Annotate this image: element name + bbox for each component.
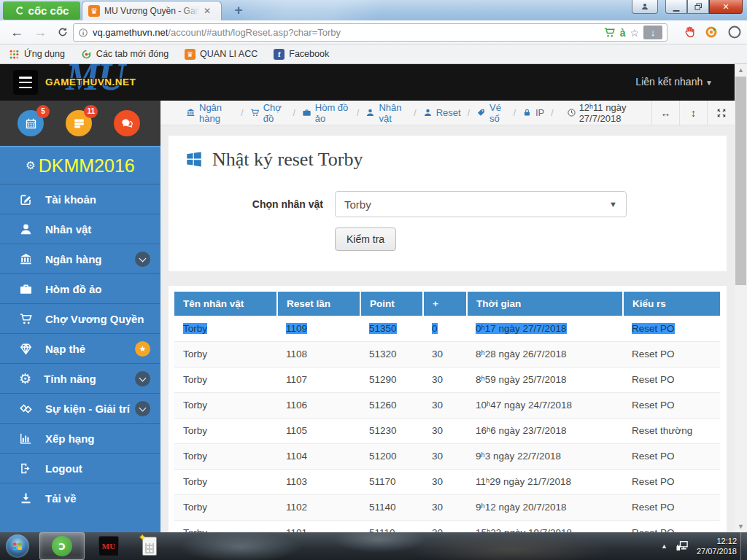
sidebar-item-h-m-o[interactable]: Hòm đồ ảo xyxy=(0,273,160,303)
sidebar-item-logout[interactable]: Logout xyxy=(0,453,160,483)
taskbar-clock[interactable]: 12:12 27/07/2018 xyxy=(697,536,737,557)
calendar-icon xyxy=(24,117,38,131)
table-cell: 1102 xyxy=(277,494,360,520)
table-row: Torby1103511703011ʰ29 ngày 21/7/2018Rese… xyxy=(174,469,720,494)
bookmark-label: Facebook xyxy=(289,49,329,59)
download-icon xyxy=(19,491,33,505)
scrollbar-thumb[interactable] xyxy=(735,77,746,285)
forward-button[interactable]: → xyxy=(34,23,47,41)
bookmark-item[interactable]: Các tab mới đóng xyxy=(81,49,169,60)
breadcrumb-link-reset[interactable]: Reset xyxy=(423,107,461,118)
bookmark-item[interactable]: fFacebook xyxy=(274,49,329,60)
breadcrumb-link-ip[interactable]: IP xyxy=(522,107,544,118)
bank-icon xyxy=(19,252,33,266)
tab-close-icon[interactable]: ✕ xyxy=(204,7,211,15)
taskbar-coccoc-button[interactable]: Ↄ xyxy=(39,532,85,560)
url-bar[interactable]: vq.gamethuvn.net/account/#auth/logReset.… xyxy=(73,23,667,42)
close-button[interactable]: ✕ xyxy=(709,0,743,14)
scroll-down-icon[interactable]: ▼ xyxy=(735,521,747,532)
server-list-notification-button[interactable]: 11 xyxy=(66,110,92,136)
site-logo[interactable]: MU GAMETHUVN.NET xyxy=(45,64,155,101)
chevron-down-icon[interactable] xyxy=(135,371,150,386)
resize-vertical-button[interactable]: ↕ xyxy=(679,101,707,125)
bookmark-star-icon[interactable]: ☆ xyxy=(630,27,639,39)
network-tray-icon[interactable] xyxy=(675,539,689,553)
breadcrumb-link-ch-[interactable]: Chợ đồ xyxy=(250,102,287,124)
sidebar-item-x-p-h-ng[interactable]: Xếp hạng xyxy=(0,423,160,453)
dictionary-icon[interactable]: à xyxy=(620,27,626,39)
cell-value: 30 xyxy=(432,374,443,385)
briefcase-icon xyxy=(302,108,311,117)
browser-tab[interactable]: ♛ MU Vương Quyền - Gamet ✕ xyxy=(82,1,222,20)
new-tab-button[interactable]: + xyxy=(228,4,249,18)
table-row: Torby110751290308ʰ59 ngày 25/7/2018Reset… xyxy=(174,367,720,392)
chat-notification-button[interactable] xyxy=(114,110,140,136)
table-cell: 8ʰ59 ngày 25/7/2018 xyxy=(467,367,623,392)
table-cell: 51290 xyxy=(360,367,423,392)
cell-value: 30 xyxy=(432,527,443,532)
bookmark-item[interactable]: Ứng dụng xyxy=(9,49,65,60)
breadcrumb-label: Chợ đồ xyxy=(263,102,287,124)
bookmark-item[interactable]: ♛QUAN LI ACC xyxy=(185,49,258,60)
sidebar-item-n-p-th-[interactable]: Nạp thẻ★ xyxy=(0,333,160,363)
sidebar-item-s-ki-n-gi-i-tr-[interactable]: Sự kiện - Giải trí xyxy=(0,393,160,423)
sidebar-item-nh-n-v-t[interactable]: Nhân vật xyxy=(0,214,160,244)
notification-badge: 5 xyxy=(36,105,50,118)
cell-value: 51260 xyxy=(369,400,397,411)
tray-expand-icon[interactable]: ▲ xyxy=(661,542,667,550)
breadcrumb-link-nh-n-v-t[interactable]: Nhân vật xyxy=(365,102,407,124)
user-icon xyxy=(365,108,375,117)
idm-extension-icon[interactable] xyxy=(705,26,718,39)
apps-grid-icon xyxy=(9,49,20,60)
quick-links-dropdown[interactable]: Liên kết nhanh ▼ xyxy=(635,76,713,88)
profile-button[interactable] xyxy=(632,0,658,14)
table-cell: 1104 xyxy=(277,443,360,469)
resize-horizontal-button[interactable]: ↔ xyxy=(651,101,679,125)
breadcrumb-link-v-s-[interactable]: Vé số xyxy=(476,102,507,124)
download-icon[interactable]: ↓ xyxy=(643,26,662,39)
avatar-ring-icon[interactable] xyxy=(727,25,742,39)
clock-date: 27/07/2018 xyxy=(697,546,737,556)
cell-value: Torby xyxy=(183,374,207,385)
scroll-up-icon[interactable]: ▲ xyxy=(735,64,747,76)
sidebar-item-t-i-kho-n[interactable]: Tài khoản xyxy=(0,184,160,214)
hamburger-menu-button[interactable] xyxy=(13,70,38,95)
adblock-extension-icon[interactable] xyxy=(683,26,696,39)
taskbar-app-button[interactable]: ✦ xyxy=(133,532,166,560)
sidebar-item-t-i-v-[interactable]: Tải về xyxy=(0,483,160,513)
show-desktop-button[interactable] xyxy=(740,532,747,560)
sidebar-item-ng-n-h-ng[interactable]: Ngân hàng xyxy=(0,244,160,273)
chevron-down-icon[interactable] xyxy=(135,252,150,267)
breadcrumb-link-h-m-o[interactable]: Hòm đồ ảo xyxy=(302,102,350,124)
chevron-down-icon[interactable] xyxy=(135,401,150,416)
refresh-button[interactable] xyxy=(57,26,69,38)
page-info-icon[interactable] xyxy=(78,28,88,38)
coccoc-brand-button[interactable]: cốc cốc xyxy=(3,1,80,20)
sidebar-item-label: Tải về xyxy=(45,492,150,505)
url-text: vq.gamethuvn.net/account/#auth/logReset.… xyxy=(93,27,599,38)
minimize-button[interactable]: ▁ xyxy=(665,0,687,14)
mu-game-icon: MU xyxy=(98,536,119,556)
cart-extension-icon[interactable] xyxy=(603,26,616,39)
sidebar-item-label: Nhân vật xyxy=(45,223,150,236)
page-scrollbar[interactable]: ▲ ▼ xyxy=(735,64,747,532)
fullscreen-button[interactable] xyxy=(707,101,735,125)
table-cell: Torby xyxy=(174,494,277,520)
calendar-notification-button[interactable]: 5 xyxy=(18,110,44,136)
maximize-button[interactable] xyxy=(687,0,709,14)
breadcrumb-link-ng-n-h-ng[interactable]: Ngân hàng xyxy=(186,102,234,124)
sidebar-item-ch-v-ng-quy-n[interactable]: Chợ Vương Quyền xyxy=(0,303,160,333)
cell-value: 1101 xyxy=(286,527,307,532)
sidebar-item-t-nh-n-ng[interactable]: ⚙Tính năng xyxy=(0,363,160,393)
cart-icon xyxy=(250,108,260,117)
cell-value: Torby xyxy=(183,476,207,487)
column-header: Reset lần xyxy=(277,292,360,316)
start-button[interactable] xyxy=(6,534,29,558)
cell-value: Reset PO xyxy=(632,349,675,359)
cell-value: 8ʰ59 ngày 25/7/2018 xyxy=(476,374,567,385)
character-select[interactable]: Torby ▼ xyxy=(335,191,627,217)
taskbar-mu-button[interactable]: MU xyxy=(92,532,125,560)
site-logo-label: GAMETHUVN.NET xyxy=(45,77,136,88)
check-button[interactable]: Kiểm tra xyxy=(335,228,396,251)
back-button[interactable]: ← xyxy=(10,23,23,41)
